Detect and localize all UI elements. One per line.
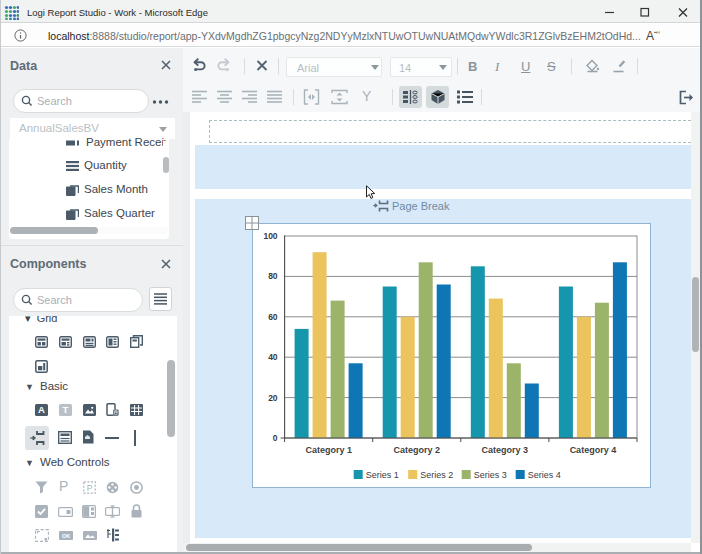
svg-text:P: P [87, 483, 93, 493]
svg-text:OK: OK [62, 533, 70, 539]
svg-text:Category 3: Category 3 [482, 445, 529, 455]
svg-text:60: 60 [268, 312, 278, 322]
svg-text:80: 80 [268, 271, 278, 281]
svg-text:20: 20 [268, 393, 278, 403]
svg-text:T: T [63, 404, 69, 415]
svg-text:Series 4: Series 4 [528, 470, 561, 480]
svg-text:Category 2: Category 2 [393, 445, 440, 455]
svg-text:0: 0 [273, 433, 278, 443]
svg-text:Series 2: Series 2 [420, 470, 453, 480]
svg-text:Category 1: Category 1 [305, 445, 352, 455]
svg-text:Series 3: Series 3 [474, 470, 507, 480]
svg-text:100: 100 [263, 231, 277, 241]
svg-text:Series 1: Series 1 [366, 470, 399, 480]
svg-text:40: 40 [268, 352, 278, 362]
svg-text:A: A [38, 404, 45, 415]
svg-text:Category 4: Category 4 [570, 445, 617, 455]
